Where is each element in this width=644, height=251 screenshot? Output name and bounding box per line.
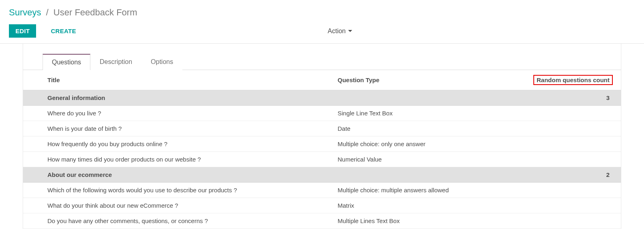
breadcrumb-separator: / [44,7,51,17]
question-title: How many times did you order products on… [23,152,331,167]
caret-down-icon [348,30,352,32]
table-row[interactable]: Do you have any other comments, question… [23,213,621,229]
form-sheet: Questions Description Options Title Ques… [23,44,621,229]
section-random-count: 3 [496,90,621,106]
table-section-row[interactable]: General information 3 [23,90,621,106]
section-random-count: 2 [496,167,621,183]
question-type: Multiple choice: multiple answers allowe… [331,183,496,198]
breadcrumb: Surveys / User Feedback Form [0,0,644,21]
table-section-row[interactable]: About our ecommerce 2 [23,167,621,183]
toolbar: EDIT CREATE Action [0,21,644,44]
table-row[interactable]: When is your date of birth ? Date [23,121,621,136]
tab-description[interactable]: Description [90,54,141,70]
action-dropdown-label: Action [328,28,346,35]
question-type: Multiple Lines Text Box [331,213,496,229]
highlight-random-count: Random questions count [533,75,613,85]
tab-questions[interactable]: Questions [43,54,90,70]
table-row[interactable]: How many times did you order products on… [23,152,621,167]
question-title: Do you have any other comments, question… [23,213,331,229]
question-type: Numerical Value [331,152,496,167]
question-type: Multiple choice: only one answer [331,136,496,152]
question-title: When is your date of birth ? [23,121,331,136]
table-header-question-type: Question Type [331,70,496,90]
table-header-random-count: Random questions count [496,70,621,90]
edit-button[interactable]: EDIT [9,24,36,38]
tab-options[interactable]: Options [141,54,182,70]
table-header-title: Title [23,70,331,90]
question-type: Matrix [331,198,496,213]
tabs: Questions Description Options [23,53,621,70]
question-title: Which of the following words would you u… [23,183,331,198]
breadcrumb-parent-link[interactable]: Surveys [9,7,41,17]
action-dropdown[interactable]: Action [328,28,355,35]
question-type: Date [331,121,496,136]
question-type: Single Line Text Box [331,106,496,121]
breadcrumb-current: User Feedback Form [53,7,137,17]
questions-table: Title Question Type Random questions cou… [23,70,621,229]
question-title: Where do you live ? [23,106,331,121]
section-name: General information [23,90,331,106]
table-row[interactable]: Where do you live ? Single Line Text Box [23,106,621,121]
table-row[interactable]: What do your think about our new eCommer… [23,198,621,213]
table-row[interactable]: Which of the following words would you u… [23,183,621,198]
question-title: What do your think about our new eCommer… [23,198,331,213]
table-row[interactable]: How frequently do you buy products onlin… [23,136,621,152]
create-button[interactable]: CREATE [43,24,83,38]
section-name: About our ecommerce [23,167,331,183]
question-title: How frequently do you buy products onlin… [23,136,331,152]
